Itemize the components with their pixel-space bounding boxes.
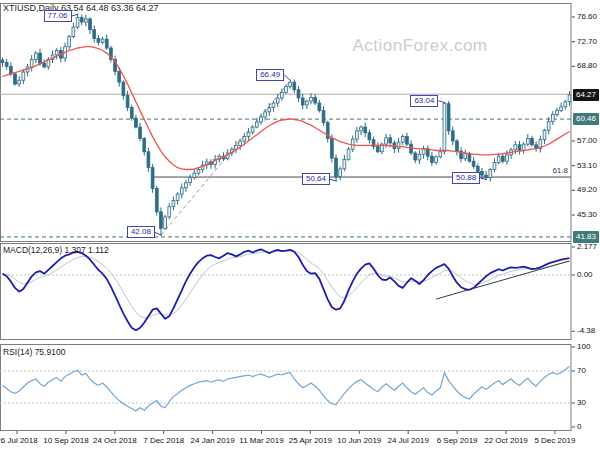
chart-window: ActionForex.com XTIUSD,Daily 63.54 64.48…	[0, 0, 600, 450]
chart-plot-area[interactable]	[0, 3, 571, 431]
